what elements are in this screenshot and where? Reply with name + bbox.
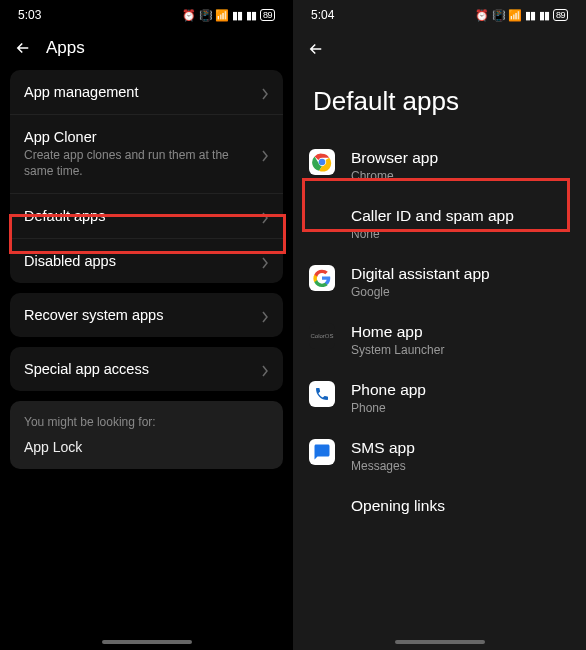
row-title: Default apps xyxy=(24,208,261,224)
chevron-right-icon xyxy=(261,363,269,375)
row-title: Phone app xyxy=(351,381,426,399)
vibrate-icon: 📳 xyxy=(199,9,213,22)
default-apps-list: Browser app Chrome Caller ID and spam ap… xyxy=(293,137,586,535)
row-default-apps[interactable]: Default apps xyxy=(10,193,283,238)
suggestion-link[interactable]: App Lock xyxy=(24,439,269,455)
alarm-icon: ⏰ xyxy=(475,9,489,22)
row-browser-app[interactable]: Browser app Chrome xyxy=(293,137,586,195)
row-title: Home app xyxy=(351,323,444,341)
settings-group-1: App management App Cloner Create app clo… xyxy=(10,70,283,283)
row-title: Disabled apps xyxy=(24,253,261,269)
home-indicator[interactable] xyxy=(102,640,192,644)
battery-icon: 89 xyxy=(260,9,275,21)
status-icons: ⏰ 📳 📶 ▮▮ ▮▮ 89 xyxy=(475,9,568,22)
row-digital-assistant-app[interactable]: Digital assistant app Google xyxy=(293,253,586,311)
row-title: App management xyxy=(24,84,261,100)
signal-icon-2: ▮▮ xyxy=(246,9,257,22)
header xyxy=(293,26,586,58)
row-app-management[interactable]: App management xyxy=(10,70,283,114)
page-title: Apps xyxy=(46,38,85,58)
content: App management App Cloner Create app clo… xyxy=(0,70,293,469)
wifi-icon: 📶 xyxy=(215,9,229,22)
row-title: Opening links xyxy=(351,497,445,515)
row-phone-app[interactable]: Phone app Phone xyxy=(293,369,586,427)
suggestion-card: You might be looking for: App Lock xyxy=(10,401,283,469)
settings-group-2: Recover system apps xyxy=(10,293,283,337)
signal-icon: ▮▮ xyxy=(525,9,536,22)
row-title: Special app access xyxy=(24,361,261,377)
back-icon[interactable] xyxy=(307,40,325,58)
suggestion-hint: You might be looking for: xyxy=(24,415,269,429)
row-subtitle: System Launcher xyxy=(351,343,444,357)
row-subtitle: Google xyxy=(351,285,490,299)
header: Apps xyxy=(0,26,293,70)
status-time: 5:03 xyxy=(18,8,41,22)
row-disabled-apps[interactable]: Disabled apps xyxy=(10,238,283,283)
row-app-cloner[interactable]: App Cloner Create app clones and run the… xyxy=(10,114,283,193)
row-title: Caller ID and spam app xyxy=(351,207,514,225)
google-icon xyxy=(309,265,335,291)
alarm-icon: ⏰ xyxy=(182,9,196,22)
row-sms-app[interactable]: SMS app Messages xyxy=(293,427,586,485)
status-bar: 5:04 ⏰ 📳 📶 ▮▮ ▮▮ 89 xyxy=(293,0,586,26)
messages-icon xyxy=(309,439,335,465)
row-title: App Cloner xyxy=(24,129,261,145)
phone-icon xyxy=(309,381,335,407)
row-subtitle: Messages xyxy=(351,459,415,473)
row-title: Recover system apps xyxy=(24,307,261,323)
row-title: Digital assistant app xyxy=(351,265,490,283)
battery-icon: 89 xyxy=(553,9,568,21)
coloros-icon: ColorOS xyxy=(309,323,335,349)
blank-icon xyxy=(309,207,335,233)
svg-point-1 xyxy=(319,159,326,166)
chevron-right-icon xyxy=(261,148,269,160)
row-recover-system-apps[interactable]: Recover system apps xyxy=(10,293,283,337)
wifi-icon: 📶 xyxy=(508,9,522,22)
row-special-app-access[interactable]: Special app access xyxy=(10,347,283,391)
blank-icon xyxy=(309,497,335,523)
chevron-right-icon xyxy=(261,86,269,98)
signal-icon-2: ▮▮ xyxy=(539,9,550,22)
row-title: SMS app xyxy=(351,439,415,457)
row-subtitle: Chrome xyxy=(351,169,438,183)
row-subtitle: Create app clones and run them at the sa… xyxy=(24,148,261,179)
settings-group-3: Special app access xyxy=(10,347,283,391)
home-indicator[interactable] xyxy=(395,640,485,644)
row-title: Browser app xyxy=(351,149,438,167)
row-caller-id-app[interactable]: Caller ID and spam app None xyxy=(293,195,586,253)
status-time: 5:04 xyxy=(311,8,334,22)
back-icon[interactable] xyxy=(14,39,32,57)
status-icons: ⏰ 📳 📶 ▮▮ ▮▮ 89 xyxy=(182,9,275,22)
row-opening-links[interactable]: Opening links xyxy=(293,485,586,535)
row-subtitle: None xyxy=(351,227,514,241)
signal-icon: ▮▮ xyxy=(232,9,243,22)
status-bar: 5:03 ⏰ 📳 📶 ▮▮ ▮▮ 89 xyxy=(0,0,293,26)
vibrate-icon: 📳 xyxy=(492,9,506,22)
row-home-app[interactable]: ColorOS Home app System Launcher xyxy=(293,311,586,369)
chevron-right-icon xyxy=(261,309,269,321)
row-subtitle: Phone xyxy=(351,401,426,415)
page-title: Default apps xyxy=(293,58,586,137)
chrome-icon xyxy=(309,149,335,175)
chevron-right-icon xyxy=(261,255,269,267)
phone-right-default-apps: 5:04 ⏰ 📳 📶 ▮▮ ▮▮ 89 Default apps Browser… xyxy=(293,0,586,650)
chevron-right-icon xyxy=(261,210,269,222)
phone-left-apps: 5:03 ⏰ 📳 📶 ▮▮ ▮▮ 89 Apps App management … xyxy=(0,0,293,650)
